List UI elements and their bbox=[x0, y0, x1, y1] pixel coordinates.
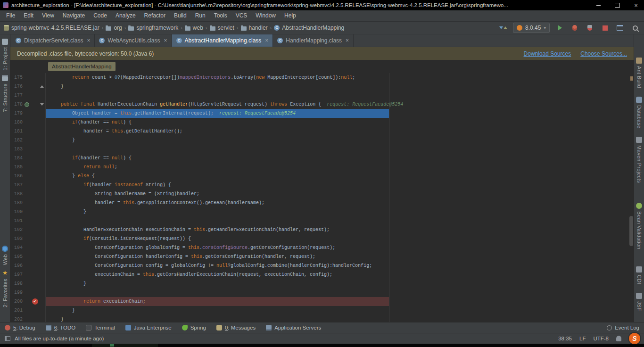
gutter-row[interactable]: 184 bbox=[10, 154, 45, 163]
tab-close-icon[interactable]: × bbox=[87, 37, 90, 44]
code-editor[interactable]: 1751761771781791801811821831841851861871… bbox=[10, 73, 634, 322]
gutter-row[interactable]: 179 bbox=[10, 109, 45, 118]
gutter-row[interactable]: 198 bbox=[10, 279, 45, 288]
toolwindow-button-1-project[interactable]: 1: Project bbox=[2, 36, 8, 73]
toolwindow-button-7-structure[interactable]: 7: Structure bbox=[2, 73, 8, 114]
gutter-row[interactable]: 185 bbox=[10, 163, 45, 172]
gutter-row[interactable]: 191 bbox=[10, 216, 45, 225]
toolwindow-button-0-messages[interactable]: 0: Messages bbox=[216, 325, 256, 330]
toolwindow-button-jsf[interactable]: JSF bbox=[636, 290, 642, 313]
toolwindow-button-ant-build[interactable]: Ant Build bbox=[636, 55, 642, 91]
code-line-193[interactable]: if(CorsUtils.isCorsRequest(request)) { bbox=[46, 234, 634, 243]
code-line-183[interactable] bbox=[46, 145, 634, 154]
menu-item-edit[interactable]: Edit bbox=[19, 10, 38, 21]
fold-marker[interactable] bbox=[39, 103, 45, 106]
gutter-row[interactable]: 180 bbox=[10, 118, 45, 127]
toolwindow-button-cdi[interactable]: CDI bbox=[636, 264, 642, 287]
breadcrumb-item-spring-webmvc-4-2-5-release-jar[interactable]: spring-webmvc-4.2.5.RELEASE.jar bbox=[4, 25, 99, 31]
tab-dispatcherservlet-class[interactable]: DispatcherServlet.class× bbox=[11, 34, 95, 47]
gutter-row[interactable]: 181 bbox=[10, 127, 45, 136]
toolwindow-button-bean-validation[interactable]: Bean Validation bbox=[636, 200, 642, 252]
menu-item-vcs[interactable]: VCS bbox=[231, 10, 252, 21]
maximize-button[interactable] bbox=[609, 0, 625, 10]
fold-marker[interactable] bbox=[39, 85, 45, 88]
code-line-178[interactable]: public final HandlerExecutionChain getHa… bbox=[46, 100, 634, 109]
run-button[interactable] bbox=[554, 23, 565, 33]
toolwindow-button-2-favorites[interactable]: 2: Favorites bbox=[2, 267, 8, 310]
gutter-row[interactable]: 187 bbox=[10, 181, 45, 190]
breadcrumb-item-abstracthandlermapping[interactable]: AbstractHandlerMapping bbox=[274, 25, 344, 31]
gutter-row[interactable]: 195 bbox=[10, 252, 45, 261]
event-log-button[interactable]: Event Log bbox=[607, 325, 639, 330]
search-everywhere-button[interactable] bbox=[630, 23, 640, 33]
code-line-175[interactable]: return count > 0?(MappedInterceptor[])ma… bbox=[46, 73, 634, 82]
gutter-row[interactable]: 177 bbox=[10, 91, 45, 100]
code-line-187[interactable]: if(handler instanceof String) { bbox=[46, 181, 634, 190]
code-line-201[interactable]: } bbox=[46, 306, 634, 315]
toolwindow-button-web[interactable]: Web bbox=[2, 243, 8, 267]
gutter-row[interactable]: 190 bbox=[10, 207, 45, 216]
menu-item-navigate[interactable]: Navigate bbox=[58, 10, 89, 21]
highlighting-level-icon[interactable] bbox=[616, 336, 621, 341]
breadcrumb-item-servlet[interactable]: servlet bbox=[210, 25, 234, 31]
toolwindow-button-6-todo[interactable]: 6: TODO bbox=[46, 325, 76, 330]
breadcrumb-item-handler[interactable]: handler bbox=[241, 25, 268, 31]
toolwindow-switcher-icon[interactable] bbox=[5, 336, 10, 341]
gutter-row[interactable]: 188 bbox=[10, 190, 45, 198]
code-line-196[interactable]: CorsConfiguration config = globalConfig … bbox=[46, 261, 634, 270]
toolwindow-button-maven-projects[interactable]: Maven Projects bbox=[636, 134, 642, 185]
line-separator-indicator[interactable]: LF bbox=[579, 336, 586, 341]
code-line-180[interactable]: if(handler == null) { bbox=[46, 118, 634, 127]
code-line-200[interactable]: return executionChain; bbox=[46, 297, 634, 306]
code-line-181[interactable]: handler = this.getDefaultHandler(); bbox=[46, 127, 634, 136]
menu-item-build[interactable]: Build bbox=[170, 10, 191, 21]
menu-item-analyze[interactable]: Analyze bbox=[111, 10, 140, 21]
caret-position[interactable]: 38:35 bbox=[558, 336, 572, 341]
breakpoint-icon[interactable] bbox=[31, 298, 39, 305]
gutter-row[interactable]: 183 bbox=[10, 145, 45, 154]
code-line-188[interactable]: String handlerName = (String)handler; bbox=[46, 190, 634, 198]
menu-item-code[interactable]: Code bbox=[89, 10, 111, 21]
gutter-row[interactable]: 193 bbox=[10, 234, 45, 243]
menu-item-run[interactable]: Run bbox=[191, 10, 210, 21]
gutter-row[interactable]: 182 bbox=[10, 136, 45, 145]
code-line-189[interactable]: handler = this.getApplicationContext().g… bbox=[46, 198, 634, 207]
menu-item-window[interactable]: Window bbox=[251, 10, 280, 21]
gutter-row[interactable]: 192 bbox=[10, 225, 45, 234]
menu-item-file[interactable]: File bbox=[2, 10, 19, 21]
code-line-191[interactable] bbox=[46, 216, 634, 225]
tab-close-icon[interactable]: × bbox=[346, 37, 349, 44]
gutter-row[interactable]: 189 bbox=[10, 198, 45, 207]
update-project-button[interactable] bbox=[498, 23, 508, 33]
encoding-indicator[interactable]: UTF-8 bbox=[593, 336, 609, 341]
breadcrumb-item-org[interactable]: org bbox=[106, 25, 122, 31]
code-line-202[interactable]: } bbox=[46, 315, 634, 322]
gutter-row[interactable]: 194 bbox=[10, 243, 45, 252]
code-line-197[interactable]: executionChain = this.getCorsHandlerExec… bbox=[46, 270, 634, 279]
debug-button[interactable] bbox=[570, 23, 580, 33]
gutter-row[interactable]: 199 bbox=[10, 288, 45, 297]
minimize-button[interactable] bbox=[590, 0, 606, 10]
gutter-row[interactable]: 186 bbox=[10, 172, 45, 181]
editor-breadcrumb-chip[interactable]: AbstractHandlerMapping bbox=[48, 62, 116, 71]
toolwindow-button-spring[interactable]: Spring bbox=[182, 325, 206, 330]
menu-item-tools[interactable]: Tools bbox=[210, 10, 231, 21]
code-line-186[interactable]: } else { bbox=[46, 172, 634, 181]
code-line-199[interactable] bbox=[46, 288, 634, 297]
close-button[interactable]: × bbox=[628, 0, 644, 10]
toolwindow-button-application-servers[interactable]: Application Servers bbox=[266, 325, 321, 330]
banner-link-choose-sources[interactable]: Choose Sources... bbox=[580, 50, 627, 57]
tab-webasyncutils-class[interactable]: WebAsyncUtils.class× bbox=[95, 34, 172, 47]
gutter-row[interactable]: 197 bbox=[10, 270, 45, 279]
gutter-row[interactable]: 178 bbox=[10, 100, 45, 109]
toolwindow-button-database[interactable]: Database bbox=[636, 94, 642, 131]
coverage-button[interactable] bbox=[585, 23, 595, 33]
gutter-row[interactable]: 176 bbox=[10, 82, 45, 91]
menu-item-help[interactable]: Help bbox=[280, 10, 300, 21]
gutter-row[interactable]: 202 bbox=[10, 315, 45, 322]
code-line-198[interactable]: } bbox=[46, 279, 634, 288]
code-line-195[interactable]: CorsConfiguration handlerConfig = this.g… bbox=[46, 252, 634, 261]
tab-close-icon[interactable]: × bbox=[164, 37, 167, 44]
code-line-192[interactable]: HandlerExecutionChain executionChain = t… bbox=[46, 225, 634, 234]
gutter-row[interactable]: 175 bbox=[10, 73, 45, 82]
